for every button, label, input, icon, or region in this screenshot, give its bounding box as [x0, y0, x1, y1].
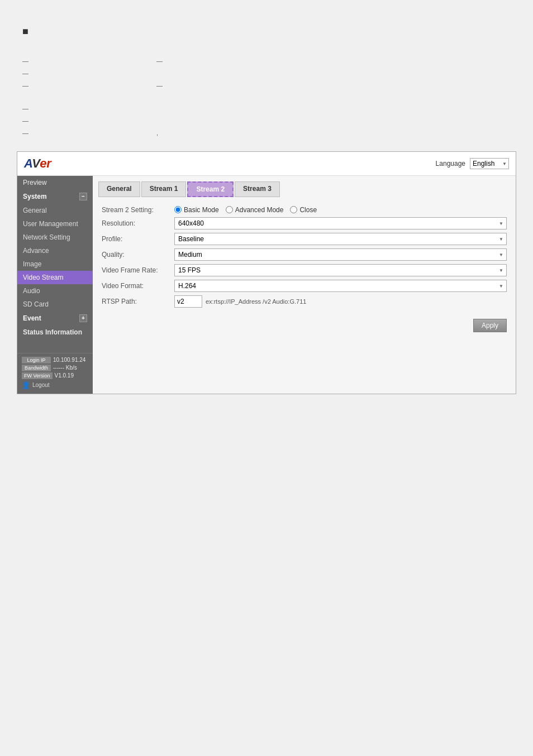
- app-body: Preview System − General User Management…: [17, 176, 516, 394]
- profile-label: Profile:: [102, 235, 174, 243]
- language-section: Language English: [436, 158, 509, 169]
- footer-bandwidth-row: Bandwidth ------ Kb/s: [22, 365, 88, 371]
- rtsp-control: v2 v1 ex:rtsp://IP_Address /v2 Audio:G.7…: [174, 295, 507, 308]
- doc-col2: [156, 68, 268, 79]
- sidebar-item-video-stream[interactable]: Video Stream: [17, 271, 93, 284]
- profile-select[interactable]: Baseline Main High: [174, 233, 507, 245]
- tab-stream1[interactable]: Stream 1: [141, 181, 187, 197]
- profile-row: Profile: Baseline Main High: [102, 233, 507, 245]
- quality-label: Quality:: [102, 251, 174, 259]
- sidebar-item-preview[interactable]: Preview: [17, 176, 93, 189]
- language-select[interactable]: English: [470, 158, 509, 169]
- sidebar-item-user-management[interactable]: User Management: [17, 217, 93, 231]
- stream2-mode-group: Basic Mode Advanced Mode Close: [174, 206, 507, 214]
- sidebar-footer: Login IP 10.100.91.24 Bandwidth ------ K…: [17, 353, 93, 394]
- quality-select[interactable]: Low Medium High: [174, 248, 507, 261]
- language-select-wrapper[interactable]: English: [470, 158, 509, 169]
- sidebar-item-audio[interactable]: Audio: [17, 284, 93, 298]
- footer-bandwidth-label: Bandwidth: [22, 365, 51, 371]
- doc-col2: —: [156, 56, 268, 67]
- sidebar-system-header[interactable]: System −: [17, 189, 93, 204]
- doc-line-2: —: [22, 68, 511, 79]
- mode-close-option[interactable]: Close: [290, 206, 317, 214]
- tab-stream3[interactable]: Stream 3: [235, 181, 280, 197]
- mode-advanced-option[interactable]: Advanced Mode: [226, 206, 284, 214]
- footer-fw-version-label: FW Version: [22, 372, 53, 379]
- mode-close-label: Close: [299, 206, 317, 214]
- doc-col1: —: [22, 80, 134, 92]
- rtsp-label: RTSP Path:: [102, 298, 174, 305]
- logo-v: V: [32, 156, 40, 170]
- format-row: Video Format: H.264 H.265 MJPEG: [102, 280, 507, 292]
- framerate-row: Video Frame Rate: 5 FPS 10 FPS 15 FPS 20…: [102, 264, 507, 276]
- sidebar-item-status-information[interactable]: Status Information: [17, 326, 93, 339]
- doc-line-3: — —: [22, 80, 511, 92]
- doc-col1: —: [22, 103, 134, 114]
- tabs-row: General Stream 1 Stream 2 Stream 3: [98, 181, 510, 197]
- page-wrapper: ■ — — — — — — — — ,: [0, 0, 533, 411]
- format-select-wrapper[interactable]: H.264 H.265 MJPEG: [174, 280, 507, 292]
- sidebar-item-general[interactable]: General: [17, 204, 93, 217]
- sidebar-event-header[interactable]: Event +: [17, 311, 93, 326]
- sidebar-event-toggle[interactable]: +: [79, 314, 87, 322]
- mode-advanced-label: Advanced Mode: [235, 206, 284, 214]
- resolution-select[interactable]: 640x480 320x240 1280x720 1920x1080: [174, 217, 507, 229]
- format-select[interactable]: H.264 H.265 MJPEG: [174, 280, 507, 292]
- framerate-select[interactable]: 5 FPS 10 FPS 15 FPS 20 FPS 25 FPS 30 FPS: [174, 264, 507, 276]
- doc-col1: —: [22, 68, 134, 79]
- doc-col1: —: [22, 128, 134, 139]
- sidebar-event-label: Event: [23, 314, 41, 322]
- logo: AVer: [24, 156, 51, 171]
- rtsp-prefix-select[interactable]: v2 v1: [174, 295, 202, 308]
- sidebar-item-network-setting[interactable]: Network Setting: [17, 231, 93, 244]
- resolution-label: Resolution:: [102, 219, 174, 227]
- doc-col1: —: [22, 56, 134, 67]
- tab-general[interactable]: General: [98, 181, 140, 197]
- stream2-setting-row: Stream 2 Setting: Basic Mode Advanced Mo…: [102, 206, 507, 214]
- doc-bullet: ■: [22, 22, 511, 40]
- doc-line-4: —: [22, 103, 511, 114]
- sidebar-system-toggle[interactable]: −: [79, 193, 87, 200]
- doc-col2: ,: [156, 128, 268, 139]
- doc-col2: —: [156, 80, 268, 92]
- footer-login-ip-row: Login IP 10.100.91.24: [22, 357, 88, 363]
- sidebar-nav: Preview System − General User Management…: [17, 176, 93, 353]
- tab-stream2[interactable]: Stream 2: [187, 181, 234, 197]
- resolution-row: Resolution: 640x480 320x240 1280x720 192…: [102, 217, 507, 229]
- sidebar-system-label: System: [23, 193, 47, 200]
- framerate-select-wrapper[interactable]: 5 FPS 10 FPS 15 FPS 20 FPS 25 FPS 30 FPS: [174, 264, 507, 276]
- logout-label[interactable]: Logout: [32, 382, 50, 388]
- doc-col2: [156, 103, 268, 114]
- logo-er: er: [40, 156, 51, 170]
- mode-basic-radio[interactable]: [174, 206, 182, 213]
- stream2-setting-label: Stream 2 Setting:: [102, 206, 174, 214]
- logout-icon: 👤: [22, 381, 30, 389]
- app-header: AVer Language English: [17, 152, 516, 176]
- mode-basic-option[interactable]: Basic Mode: [174, 206, 219, 214]
- profile-select-wrapper[interactable]: Baseline Main High: [174, 233, 507, 245]
- apply-button[interactable]: Apply: [473, 319, 507, 332]
- footer-bandwidth-value: ------ Kb/s: [53, 365, 77, 371]
- footer-login-ip-label: Login IP: [22, 357, 51, 363]
- sidebar-item-advance[interactable]: Advance: [17, 244, 93, 257]
- mode-advanced-radio[interactable]: [226, 206, 233, 213]
- rtsp-row: RTSP Path: v2 v1 ex:rtsp://IP_Address /v…: [102, 295, 507, 308]
- content-area: General Stream 1 Stream 2 Stream 3 Strea…: [93, 176, 516, 394]
- footer-login-ip-value: 10.100.91.24: [53, 357, 85, 363]
- mode-close-radio[interactable]: [290, 206, 297, 213]
- logout-row[interactable]: 👤 Logout: [22, 380, 88, 390]
- sidebar-item-sd-card[interactable]: SD Card: [17, 298, 93, 311]
- resolution-select-wrapper[interactable]: 640x480 320x240 1280x720 1920x1080: [174, 217, 507, 229]
- format-label: Video Format:: [102, 282, 174, 290]
- footer-fw-version-value: V1.0.19: [55, 372, 74, 379]
- sidebar-item-image[interactable]: Image: [17, 257, 93, 271]
- doc-line-6: — ,: [22, 128, 511, 139]
- doc-line-5: —: [22, 116, 511, 127]
- mode-basic-label: Basic Mode: [184, 206, 219, 214]
- rtsp-path-text: ex:rtsp://IP_Address /v2 Audio:G.711: [206, 298, 306, 305]
- stream2-form: Stream 2 Setting: Basic Mode Advanced Mo…: [98, 204, 510, 313]
- logo-a: A: [24, 156, 32, 170]
- sidebar: Preview System − General User Management…: [17, 176, 93, 394]
- quality-select-wrapper[interactable]: Low Medium High: [174, 248, 507, 261]
- framerate-label: Video Frame Rate:: [102, 266, 174, 274]
